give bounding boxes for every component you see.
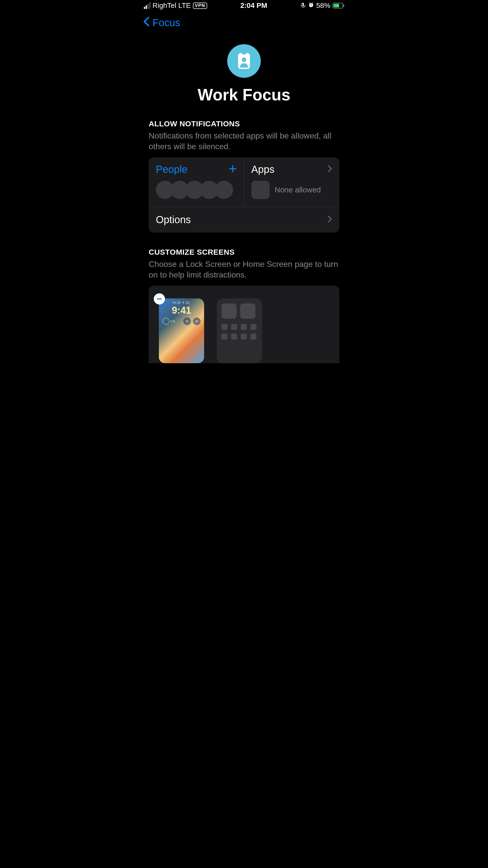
signal-strength-icon <box>144 2 150 9</box>
allow-notifications-section: ALLOW NOTIFICATIONS Notifications from s… <box>140 120 348 232</box>
alarm-icon <box>308 2 314 10</box>
home-app-icon-placeholder <box>250 324 256 330</box>
status-left-group: RighTel LTE VPN <box>144 2 207 10</box>
customize-screens-desc: Choose a Lock Screen or Home Screen page… <box>149 259 339 280</box>
vpn-badge: VPN <box>193 3 207 9</box>
lock-widget-calendar: 22 <box>193 317 201 325</box>
home-app-icon-placeholder <box>231 324 237 330</box>
page-title: Work Focus <box>140 85 348 104</box>
status-right-group: 58% ⚡︎ <box>300 2 344 10</box>
home-widget-placeholder <box>221 304 237 319</box>
customize-screens-header: CUSTOMIZE SCREENS <box>149 248 339 256</box>
notifications-card: People Apps <box>149 157 339 232</box>
allow-notifications-desc: Notifications from selected apps will be… <box>149 131 339 152</box>
back-chevron-icon[interactable] <box>143 16 150 29</box>
people-cell[interactable]: People <box>149 157 244 207</box>
home-widget-placeholder <box>240 304 255 319</box>
customize-screens-section: CUSTOMIZE SCREENS Choose a Lock Screen o… <box>140 248 348 363</box>
battery-percent: 58% <box>316 2 330 10</box>
svg-rect-3 <box>242 52 246 54</box>
chevron-right-icon <box>328 215 332 225</box>
clock-time: 2:04 PM <box>240 2 267 10</box>
svg-point-4 <box>242 57 246 62</box>
options-row[interactable]: Options <box>149 207 339 232</box>
focus-hero: Work Focus <box>140 37 348 120</box>
apps-cell[interactable]: Apps None allowed <box>244 157 340 207</box>
allow-notifications-header: ALLOW NOTIFICATIONS <box>149 120 339 128</box>
lock-widget-calendar: 22 <box>183 317 191 325</box>
options-label: Options <box>156 214 191 225</box>
home-screen-option[interactable] <box>217 299 262 363</box>
carrier-name: RighTel <box>152 2 176 10</box>
lock-screen-option[interactable]: Fri 16 ☀ 31° 9:41 0.3L 22 22 <box>159 299 204 363</box>
home-app-icon-placeholder <box>221 334 227 340</box>
add-people-icon[interactable] <box>229 164 237 175</box>
avatar-placeholder <box>215 181 233 199</box>
screens-card: Fri 16 ☀ 31° 9:41 0.3L 22 22 <box>149 286 339 363</box>
lock-screen-time: 9:41 <box>161 305 202 316</box>
status-bar: RighTel LTE VPN 2:04 PM 58% ⚡︎ <box>140 0 348 11</box>
battery-icon: ⚡︎ <box>332 3 344 8</box>
lock-screen-preview: Fri 16 ☀ 31° 9:41 0.3L 22 22 <box>159 299 204 363</box>
back-button-label[interactable]: Focus <box>152 17 180 28</box>
orientation-lock-icon <box>300 2 306 10</box>
lock-screen-date: Fri 16 ☀ 31° <box>161 301 202 305</box>
home-app-icon-placeholder <box>231 334 237 340</box>
focus-mode-icon <box>227 44 261 78</box>
home-app-icon-placeholder <box>241 334 247 340</box>
people-label: People <box>156 164 188 175</box>
chevron-right-icon <box>328 164 332 174</box>
home-app-icon-placeholder <box>250 334 256 340</box>
network-type: LTE <box>178 2 191 10</box>
svg-rect-0 <box>302 4 304 6</box>
navigation-bar: Focus <box>140 11 348 37</box>
apps-none-allowed: None allowed <box>275 186 321 194</box>
home-app-icon-placeholder <box>241 324 247 330</box>
app-placeholder-icon <box>251 181 270 199</box>
apps-label: Apps <box>251 164 274 175</box>
home-app-icon-placeholder <box>221 324 227 330</box>
lock-widget-activity: 0.3L <box>162 317 175 325</box>
people-avatars <box>156 181 237 199</box>
